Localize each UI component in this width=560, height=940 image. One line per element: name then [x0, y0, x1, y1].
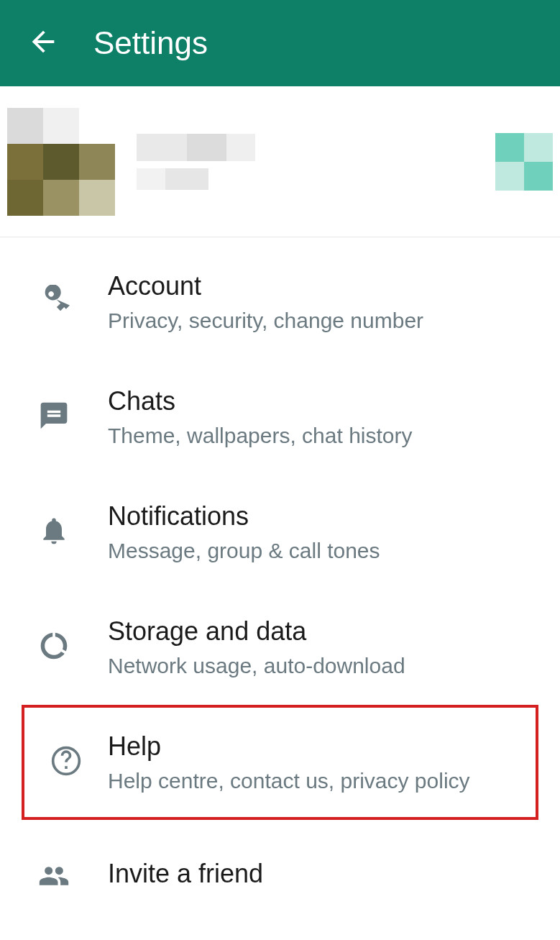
- profile-status-redacted: [137, 168, 495, 190]
- item-subtitle: Help centre, contact us, privacy policy: [108, 769, 521, 793]
- item-title: Help: [108, 731, 521, 762]
- item-subtitle: Privacy, security, change number: [108, 309, 546, 333]
- data-usage-icon: [38, 630, 70, 665]
- chat-icon: [38, 400, 70, 434]
- item-title: Account: [108, 271, 546, 301]
- people-icon: [38, 860, 70, 895]
- key-icon: [38, 285, 70, 319]
- item-title: Notifications: [108, 501, 546, 531]
- item-subtitle: Network usage, auto-download: [108, 654, 546, 678]
- appbar: Settings: [0, 0, 560, 86]
- item-title: Chats: [108, 386, 546, 416]
- settings-item-account[interactable]: Account Privacy, security, change number: [0, 245, 560, 360]
- settings-item-invite[interactable]: Invite a friend: [0, 820, 560, 935]
- profile-name-block: [137, 134, 495, 190]
- item-title: Invite a friend: [108, 859, 546, 889]
- item-subtitle: Theme, wallpapers, chat history: [108, 424, 546, 448]
- settings-list: Account Privacy, security, change number…: [0, 237, 560, 935]
- page-title: Settings: [93, 25, 208, 61]
- settings-item-notifications[interactable]: Notifications Message, group & call tone…: [0, 475, 560, 590]
- item-subtitle: Message, group & call tones: [108, 539, 546, 563]
- profile-row[interactable]: [0, 86, 560, 237]
- profile-name-redacted: [137, 134, 495, 161]
- settings-item-storage[interactable]: Storage and data Network usage, auto-dow…: [0, 590, 560, 705]
- back-button[interactable]: [14, 14, 72, 72]
- qr-code-icon[interactable]: [495, 133, 553, 191]
- item-title: Storage and data: [108, 616, 546, 647]
- settings-item-chats[interactable]: Chats Theme, wallpapers, chat history: [0, 360, 560, 475]
- avatar: [7, 108, 115, 216]
- arrow-left-icon: [27, 25, 60, 61]
- bell-icon: [38, 515, 70, 549]
- help-icon: [50, 745, 82, 780]
- settings-item-help[interactable]: Help Help centre, contact us, privacy po…: [22, 705, 538, 820]
